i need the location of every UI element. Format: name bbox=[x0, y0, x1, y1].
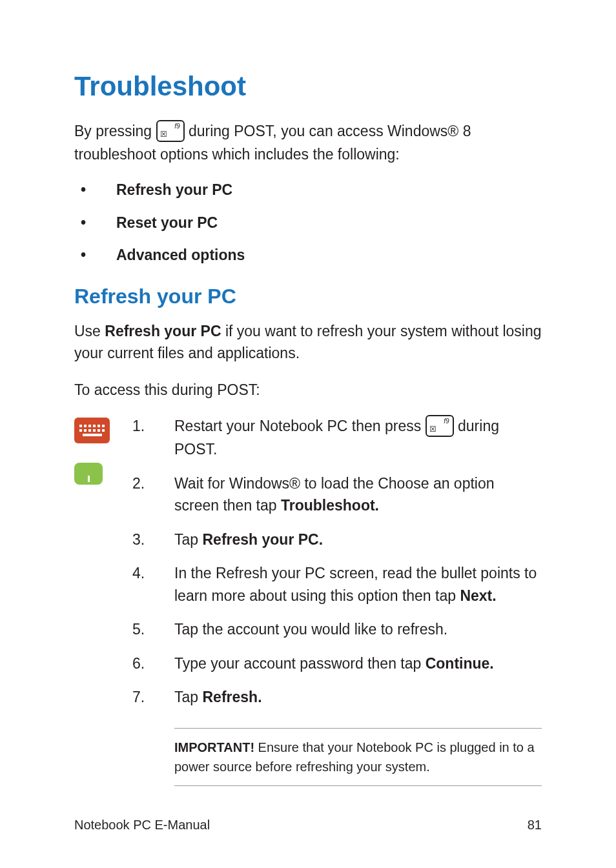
footer-title: Notebook PC E-Manual bbox=[74, 818, 210, 833]
intro-paragraph: By pressing ☒ f9 during POST, you can ac… bbox=[74, 120, 542, 165]
step-row: 4. In the Refresh your PC screen, read t… bbox=[132, 562, 542, 607]
list-item: Reset your PC bbox=[74, 212, 542, 233]
intro-text-pre: By pressing bbox=[74, 123, 156, 139]
page-title: Troubleshoot bbox=[74, 71, 542, 102]
step-number: 4. bbox=[132, 562, 155, 607]
options-list: Refresh your PC Reset your PC Advanced o… bbox=[74, 179, 542, 265]
note-label: IMPORTANT! bbox=[174, 740, 254, 754]
important-note: IMPORTANT! Ensure that your Notebook PC … bbox=[174, 728, 542, 786]
step-bold: Refresh. bbox=[202, 689, 262, 705]
section-intro-pre: Use bbox=[74, 323, 105, 339]
step-number: 1. bbox=[132, 415, 155, 460]
section-intro: Use Refresh your PC if you want to refre… bbox=[74, 320, 542, 365]
step-row: 7. Tap Refresh. bbox=[132, 686, 542, 709]
section-heading: Refresh your PC bbox=[74, 285, 542, 308]
step-text: Restart your Notebook PC then press bbox=[174, 418, 426, 434]
list-item: Advanced options bbox=[74, 245, 542, 265]
section-intro-bold: Refresh your PC bbox=[105, 323, 221, 339]
key-fn-label: f9 bbox=[444, 418, 449, 425]
keyboard-icon bbox=[74, 418, 110, 443]
f9-key-icon: ☒ f9 bbox=[426, 415, 454, 437]
step-row: 2. Wait for Windows® to load the Choose … bbox=[132, 472, 542, 517]
step-bold: Continue. bbox=[426, 655, 494, 672]
step-number: 6. bbox=[132, 652, 155, 675]
step-number: 5. bbox=[132, 618, 155, 641]
list-item: Refresh your PC bbox=[74, 179, 542, 200]
step-text: Type your account password then tap bbox=[174, 655, 426, 672]
f9-key-icon: ☒ f9 bbox=[156, 120, 185, 142]
step-number: 3. bbox=[132, 529, 155, 551]
step-number: 2. bbox=[132, 472, 155, 517]
page-number: 81 bbox=[528, 818, 542, 833]
access-line: To access this during POST: bbox=[74, 379, 542, 401]
step-bold: Next. bbox=[460, 587, 496, 604]
key-symbol: ☒ bbox=[160, 130, 167, 138]
touchpad-icon bbox=[74, 463, 103, 485]
step-number: 7. bbox=[132, 686, 155, 709]
step-bold: Refresh your PC. bbox=[202, 531, 323, 548]
step-row: 3. Tap Refresh your PC. bbox=[132, 529, 542, 551]
step-text: Tap bbox=[174, 689, 202, 705]
key-fn-label: f9 bbox=[174, 123, 180, 130]
step-text: Tap bbox=[174, 531, 202, 548]
step-bold: Troubleshoot. bbox=[281, 497, 379, 514]
step-row: 1. Restart your Notebook PC then press ☒… bbox=[132, 415, 542, 460]
step-row: 5. Tap the account you would like to ref… bbox=[132, 618, 542, 641]
key-symbol: ☒ bbox=[429, 425, 436, 433]
step-row: 6. Type your account password then tap C… bbox=[132, 652, 542, 675]
step-text: Tap the account you would like to refres… bbox=[174, 618, 542, 641]
